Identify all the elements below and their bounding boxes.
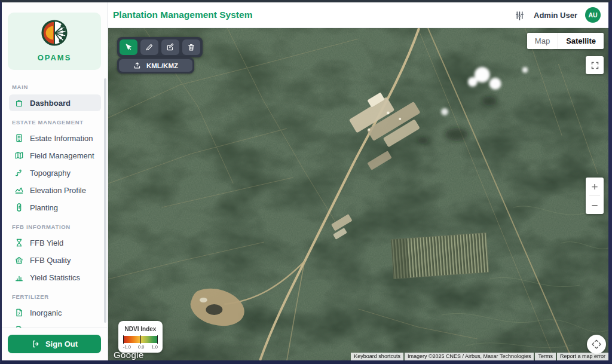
sidebar-item-topography[interactable]: Topography <box>9 164 101 181</box>
sidebar-item-label: FFB Quality <box>30 256 71 265</box>
logo-card: OPAMS <box>8 13 101 70</box>
ndvi-gradient-bar <box>123 336 158 343</box>
terms-link[interactable]: Terms <box>535 353 556 360</box>
sidebar-item-yield-statistics[interactable]: Yield Statistics <box>9 269 101 286</box>
sidebar-item-label: Topography <box>30 169 71 178</box>
pencil-icon <box>145 43 154 51</box>
sidebar-item-label: Elevation Profile <box>30 186 86 195</box>
sign-out-label: Sign Out <box>45 339 78 348</box>
ndvi-tick-mid <box>140 335 141 344</box>
kml-upload-bar: KML/KMZ <box>117 57 194 74</box>
ndvi-legend: NDVI Index -1.0 0.0 1.0 <box>118 321 163 353</box>
ndvi-label-min: -1.0 <box>123 344 131 350</box>
edit-tool-button[interactable] <box>161 39 179 55</box>
sidebar-item-label: Organic <box>30 326 57 328</box>
pan-control-button[interactable] <box>587 335 606 354</box>
sidebar: OPAMS MAIN Dashboard ESTATE MANAGEMENT E… <box>2 2 108 360</box>
sidebar-item-label: Inorganic <box>30 308 62 317</box>
map-type-map-button[interactable]: Map <box>527 33 558 49</box>
elevation-profile-icon <box>14 185 24 195</box>
dashboard-icon <box>14 98 24 108</box>
sidebar-nav: MAIN Dashboard ESTATE MANAGEMENT Estate … <box>2 74 107 328</box>
map-type-satellite-button[interactable]: Satellite <box>558 33 604 49</box>
delete-tool-button[interactable] <box>182 39 200 55</box>
estate-information-icon <box>14 133 24 143</box>
planting-icon <box>14 203 24 212</box>
pan-arrows-icon <box>590 338 603 351</box>
yield-statistics-icon <box>14 273 24 282</box>
fullscreen-icon <box>590 61 599 70</box>
main-area: Plantation Management System Admin User … <box>108 2 608 360</box>
select-tool-button[interactable] <box>120 39 137 55</box>
sidebar-item-field-management[interactable]: Field Management <box>9 147 101 164</box>
sidebar-footer: Sign Out <box>2 328 107 360</box>
sidebar-item-organic[interactable]: Organic <box>9 322 101 328</box>
user-avatar[interactable]: AU <box>585 7 601 23</box>
sidebar-section-estate-management: ESTATE MANAGEMENT <box>12 119 101 126</box>
sidebar-item-inorganic[interactable]: Inorganic <box>9 304 101 321</box>
ndvi-legend-title: NDVI Index <box>123 326 158 332</box>
ndvi-label-max: 1.0 <box>152 344 158 350</box>
user-name: Admin User <box>534 11 577 20</box>
kml-upload-button[interactable]: KML/KMZ <box>119 59 192 72</box>
inorganic-icon <box>14 308 24 317</box>
organic-icon <box>14 325 24 328</box>
sidebar-item-ffb-quality[interactable]: FFB Quality <box>9 252 101 268</box>
opams-logo-icon <box>41 19 68 49</box>
cursor-icon <box>124 43 133 51</box>
sidebar-item-label: Yield Statistics <box>30 273 80 282</box>
page-title: Plantation Management System <box>113 10 252 20</box>
satellite-imagery <box>108 28 608 360</box>
sign-out-icon <box>31 339 40 348</box>
zoom-in-button[interactable]: + <box>586 178 604 195</box>
brand-name: OPAMS <box>8 53 101 62</box>
zoom-control: + − <box>586 178 604 214</box>
sidebar-item-planting[interactable]: Planting <box>9 199 101 216</box>
imagery-attribution: Imagery ©2025 CNES / Airbus, Maxar Techn… <box>405 353 534 360</box>
google-logo[interactable]: Google <box>114 350 144 360</box>
ndvi-tick-max <box>157 335 158 344</box>
sidebar-item-label: FFB Yield <box>30 238 63 247</box>
report-map-error-link[interactable]: Report a map error <box>557 353 608 360</box>
ffb-yield-icon <box>14 238 24 247</box>
trash-icon <box>187 43 195 51</box>
upload-icon <box>133 62 141 69</box>
drawing-toolbar <box>117 37 203 57</box>
sidebar-item-dashboard[interactable]: Dashboard <box>9 94 101 111</box>
sidebar-item-label: Dashboard <box>30 99 71 108</box>
zoom-out-button[interactable]: − <box>586 196 604 214</box>
edit-square-icon <box>166 43 175 51</box>
sidebar-item-estate-information[interactable]: Estate Information <box>9 130 101 146</box>
sidebar-scrollbar[interactable] <box>104 78 106 323</box>
map-canvas[interactable]: KML/KMZ Map Satellite + − <box>108 28 608 360</box>
fullscreen-button[interactable] <box>586 56 604 74</box>
sliders-icon <box>515 10 525 20</box>
top-header: Plantation Management System Admin User … <box>108 2 608 28</box>
filters-button[interactable] <box>513 9 526 22</box>
sidebar-item-label: Planting <box>30 203 58 212</box>
keyboard-shortcuts-link[interactable]: Keyboard shortcuts <box>351 353 403 360</box>
topography-icon <box>14 168 24 178</box>
ndvi-tick-labels: -1.0 0.0 1.0 <box>123 344 158 350</box>
sidebar-item-elevation-profile[interactable]: Elevation Profile <box>9 182 101 198</box>
map-attribution: Keyboard shortcuts Imagery ©2025 CNES / … <box>351 353 608 360</box>
ndvi-label-mid: 0.0 <box>138 344 144 350</box>
app-window: OPAMS MAIN Dashboard ESTATE MANAGEMENT E… <box>0 0 612 364</box>
field-management-icon <box>14 151 24 160</box>
ffb-quality-icon <box>14 255 24 265</box>
draw-tool-button[interactable] <box>140 39 158 55</box>
sidebar-section-fertilizer: FERTILIZER <box>12 293 101 300</box>
sign-out-button[interactable]: Sign Out <box>8 335 101 353</box>
sidebar-section-main: MAIN <box>12 84 101 90</box>
map-type-control: Map Satellite <box>527 33 604 49</box>
kml-upload-label: KML/KMZ <box>146 62 178 69</box>
sidebar-section-ffb-information: FFB INFORMATION <box>12 224 101 230</box>
sidebar-item-label: Estate Information <box>30 134 93 143</box>
sidebar-item-ffb-yield[interactable]: FFB Yield <box>9 234 101 251</box>
ndvi-tick-min <box>123 335 124 344</box>
sidebar-item-label: Field Management <box>30 151 94 160</box>
